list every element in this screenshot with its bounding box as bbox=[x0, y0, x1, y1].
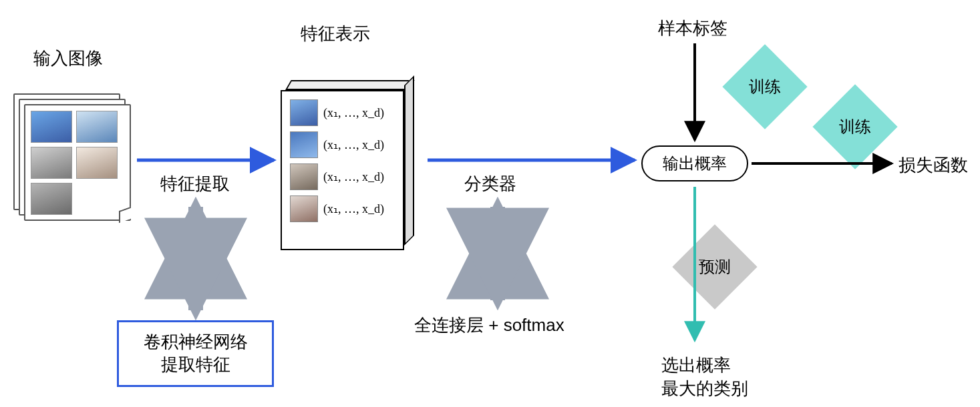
thumb-image bbox=[76, 147, 118, 179]
thumb-image bbox=[290, 131, 318, 158]
label-input-images: 输入图像 bbox=[33, 47, 103, 70]
feature-vector: (x₁, …, x_d) bbox=[323, 169, 384, 184]
label-sample-labels: 样本标签 bbox=[658, 17, 727, 40]
feature-row: (x₁, …, x_d) bbox=[290, 131, 395, 158]
thumb-image bbox=[31, 183, 72, 215]
diamond-label: 训练 bbox=[839, 116, 871, 137]
thumb-image bbox=[290, 99, 318, 126]
feature-box: (x₁, …, x_d) (x₁, …, x_d) (x₁, …, x_d) (… bbox=[281, 80, 414, 250]
feature-vector: (x₁, …, x_d) bbox=[323, 105, 384, 120]
output-probability-text: 输出概率 bbox=[663, 153, 727, 174]
input-image-stack bbox=[13, 93, 127, 220]
diamond-label: 训练 bbox=[749, 76, 781, 97]
feature-row: (x₁, …, x_d) bbox=[290, 163, 395, 190]
thumb-image bbox=[31, 111, 72, 143]
feature-row: (x₁, …, x_d) bbox=[290, 99, 395, 126]
cnn-box-text: 卷积神经网络 提取特征 bbox=[144, 331, 248, 376]
cnn-box: 卷积神经网络 提取特征 bbox=[117, 320, 274, 387]
output-probability-node: 输出概率 bbox=[641, 145, 748, 181]
thumb-image bbox=[290, 163, 318, 190]
feature-row: (x₁, …, x_d) bbox=[290, 195, 395, 222]
diamond-train-1: 训练 bbox=[722, 44, 807, 129]
feature-vector: (x₁, …, x_d) bbox=[323, 137, 384, 152]
label-classifier: 分类器 bbox=[464, 172, 516, 195]
label-fc-softmax: 全连接层 + softmax bbox=[414, 314, 564, 337]
thumb-image bbox=[76, 111, 118, 143]
label-feature-extraction: 特征提取 bbox=[160, 172, 230, 195]
label-loss-fn: 损失函数 bbox=[899, 153, 968, 177]
diamond-label: 预测 bbox=[699, 256, 731, 278]
label-feature-representation: 特征表示 bbox=[301, 22, 370, 45]
label-select-max-class: 选出概率 最大的类别 bbox=[661, 354, 748, 400]
feature-vector: (x₁, …, x_d) bbox=[323, 201, 384, 216]
diamond-train-2: 训练 bbox=[812, 84, 897, 169]
thumb-image bbox=[290, 195, 318, 222]
thumb-image bbox=[31, 147, 72, 179]
diamond-predict: 预测 bbox=[672, 224, 757, 309]
